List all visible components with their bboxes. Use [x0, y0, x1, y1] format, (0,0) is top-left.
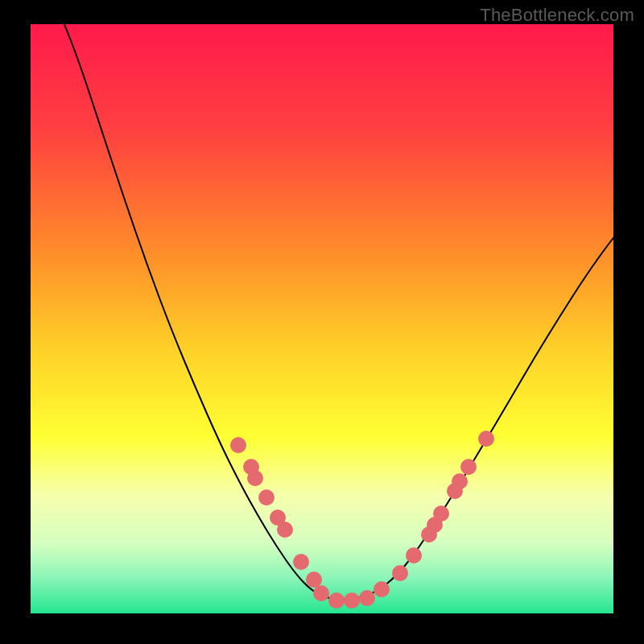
chart-root: TheBottleneck.com	[0, 0, 644, 644]
chart-canvas	[0, 0, 644, 644]
watermark-text: TheBottleneck.com	[480, 5, 634, 26]
